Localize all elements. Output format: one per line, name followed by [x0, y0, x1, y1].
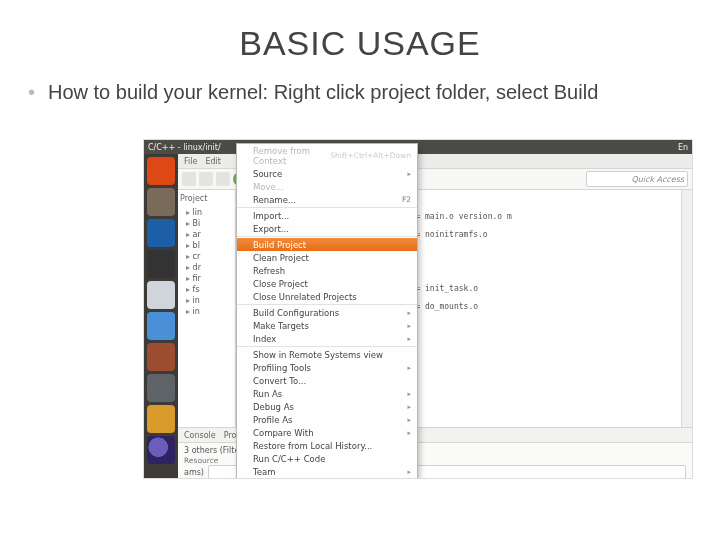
- menu-label: Compare With: [253, 428, 314, 438]
- mail-icon[interactable]: [147, 312, 175, 340]
- menu-shortcut: Shift+Ctrl+Alt+Down: [330, 151, 411, 160]
- menu-label: Team: [253, 467, 275, 477]
- menu-debug-as[interactable]: Debug As: [237, 400, 417, 413]
- doc-icon[interactable]: [147, 343, 175, 371]
- menu-label: Refresh: [253, 266, 285, 276]
- menu-label: Restore from Local History...: [253, 441, 372, 451]
- menu-export[interactable]: Export...: [237, 222, 417, 235]
- tree-node[interactable]: fir: [180, 273, 233, 284]
- menu-make-targets[interactable]: Make Targets: [237, 319, 417, 332]
- menu-close-unrelated[interactable]: Close Unrelated Projects: [237, 290, 417, 303]
- menu-team[interactable]: Team: [237, 465, 417, 478]
- ubuntu-launcher: [144, 154, 178, 478]
- quick-access-input[interactable]: Quick Access: [586, 171, 688, 187]
- menu-label: Rename...: [253, 195, 296, 205]
- amazon-icon[interactable]: [147, 405, 175, 433]
- menu-label: Show in Remote Systems view: [253, 350, 383, 360]
- menu-compare[interactable]: Compare With: [237, 426, 417, 439]
- menu-label: Remove from Context: [253, 146, 330, 166]
- menu-refresh[interactable]: Refresh: [237, 264, 417, 277]
- menu-close-project[interactable]: Close Project: [237, 277, 417, 290]
- menu-file[interactable]: File: [184, 157, 197, 166]
- slide-title: BASIC USAGE: [0, 0, 720, 81]
- menu-label: Build Project: [253, 240, 306, 250]
- menu-remove-from-context: Remove from Context Shift+Ctrl+Alt+Down: [237, 144, 417, 167]
- menu-clean-project[interactable]: Clean Project: [237, 251, 417, 264]
- tree-node[interactable]: Bi: [180, 218, 233, 229]
- tree-node[interactable]: fs: [180, 284, 233, 295]
- files-icon[interactable]: [147, 188, 175, 216]
- code-line: += init_task.o: [411, 284, 478, 293]
- calc-icon[interactable]: [147, 281, 175, 309]
- firefox-icon[interactable]: [147, 219, 175, 247]
- menu-label: Run C/C++ Code: [253, 454, 325, 464]
- tree-node[interactable]: ar: [180, 229, 233, 240]
- menu-source[interactable]: Source: [237, 167, 417, 180]
- new-button[interactable]: [182, 172, 196, 186]
- menu-label: Clean Project: [253, 253, 309, 263]
- menu-convert[interactable]: Convert To...: [237, 374, 417, 387]
- menu-label: Build Configurations: [253, 308, 339, 318]
- quick-access-placeholder: Quick Access: [631, 175, 684, 184]
- tree-node[interactable]: cr: [180, 251, 233, 262]
- eclipse-icon[interactable]: [147, 436, 175, 464]
- menu-label: Convert To...: [253, 376, 306, 386]
- tree-node[interactable]: lin: [180, 207, 233, 218]
- project-explorer[interactable]: Project lin Bi ar bl cr dr fir fs in in: [178, 190, 236, 427]
- search-field-label: ams): [184, 468, 204, 477]
- menu-label: Debug As: [253, 402, 294, 412]
- project-explorer-header: Project: [180, 194, 233, 203]
- tree-node[interactable]: in: [180, 295, 233, 306]
- build-button[interactable]: [216, 172, 230, 186]
- dash-icon[interactable]: [147, 157, 175, 185]
- menu-label: Profiling Tools: [253, 363, 311, 373]
- menu-label: Make Targets: [253, 321, 309, 331]
- ubuntu-top-panel: C/C++ - linux/init/ En: [144, 140, 692, 154]
- terminal-icon[interactable]: [147, 250, 175, 278]
- menu-build-project[interactable]: Build Project: [237, 238, 417, 251]
- screenshot-ubuntu-eclipse: C/C++ - linux/init/ En File Edit: [144, 140, 692, 478]
- code-line: += noinitramfs.o: [411, 230, 488, 239]
- bullet-how-to-build: How to build your kernel: Right click pr…: [0, 81, 720, 110]
- menu-label: Close Unrelated Projects: [253, 292, 357, 302]
- code-line: += main.o version.o m: [411, 212, 512, 221]
- tree-node[interactable]: in: [180, 306, 233, 317]
- menu-import[interactable]: Import...: [237, 209, 417, 222]
- menu-edit[interactable]: Edit: [205, 157, 221, 166]
- lang-indicator: En: [678, 143, 688, 152]
- menu-label: Export...: [253, 224, 289, 234]
- code-line: += do_mounts.o: [411, 302, 478, 311]
- tree-node[interactable]: dr: [180, 262, 233, 273]
- outline-bar: [681, 190, 692, 427]
- tree-node[interactable]: bl: [180, 240, 233, 251]
- menu-run-as[interactable]: Run As: [237, 387, 417, 400]
- menu-rename[interactable]: Rename... F2: [237, 193, 417, 206]
- menu-move: Move...: [237, 180, 417, 193]
- menu-index[interactable]: Index: [237, 332, 417, 345]
- menu-label: Move...: [253, 182, 284, 192]
- menu-label: Import...: [253, 211, 289, 221]
- menu-label: Source: [253, 169, 282, 179]
- tab-console[interactable]: Console: [184, 431, 216, 440]
- menu-profile-as[interactable]: Profile As: [237, 413, 417, 426]
- menu-profiling[interactable]: Profiling Tools: [237, 361, 417, 374]
- menu-build-configs[interactable]: Build Configurations: [237, 306, 417, 319]
- settings-icon[interactable]: [147, 374, 175, 402]
- menu-show-remote[interactable]: Show in Remote Systems view: [237, 348, 417, 361]
- save-button[interactable]: [199, 172, 213, 186]
- menu-label: Profile As: [253, 415, 292, 425]
- menu-shortcut: F2: [402, 195, 411, 204]
- context-menu: Remove from Context Shift+Ctrl+Alt+Down …: [236, 143, 418, 478]
- menu-label: Run As: [253, 389, 282, 399]
- search-col-resource: Resource: [184, 456, 218, 465]
- menu-label: Index: [253, 334, 276, 344]
- menu-label: Close Project: [253, 279, 308, 289]
- menu-restore[interactable]: Restore from Local History...: [237, 439, 417, 452]
- window-title: C/C++ - linux/init/: [148, 143, 221, 152]
- menu-run-cpp[interactable]: Run C/C++ Code: [237, 452, 417, 465]
